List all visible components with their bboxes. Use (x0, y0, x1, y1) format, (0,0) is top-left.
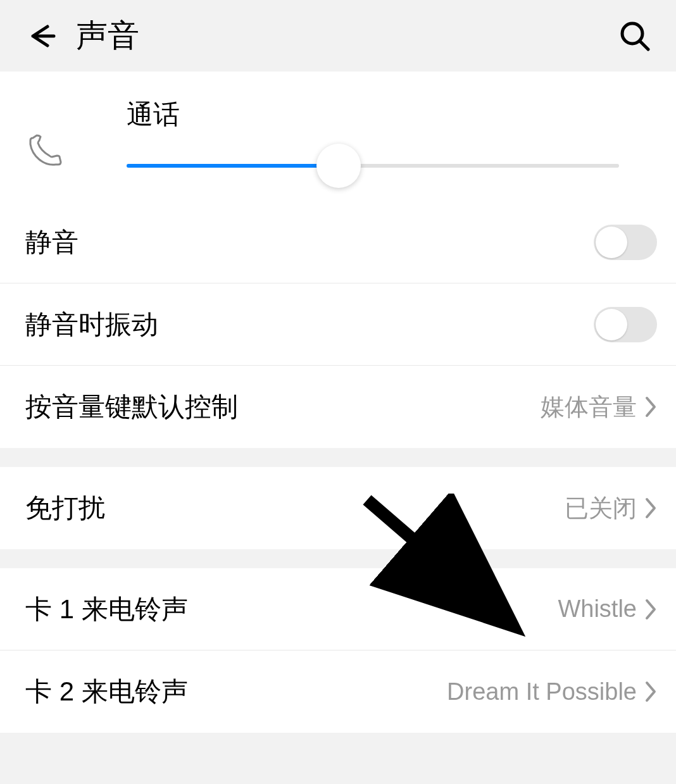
mute-toggle-thumb (596, 227, 627, 258)
volume-key-default-row[interactable]: 按音量键默认控制 媒体音量 (0, 366, 676, 448)
sim2-ringtone-value: Dream It Possible (447, 678, 657, 706)
dnd-label: 免打扰 (25, 490, 105, 526)
chevron-right-icon (644, 497, 657, 520)
call-slider-label: 通话 (127, 97, 619, 132)
sim1-ringtone-row[interactable]: 卡 1 来电铃声 Whistle (0, 568, 676, 650)
chevron-right-icon (644, 680, 657, 703)
call-slider[interactable] (127, 164, 619, 168)
sim1-ringtone-value: Whistle (558, 595, 657, 623)
dnd-row[interactable]: 免打扰 已关闭 (0, 467, 676, 549)
dnd-value: 已关闭 (565, 492, 657, 525)
call-slider-content: 通话 (127, 97, 619, 168)
mute-row[interactable]: 静音 (0, 201, 676, 283)
back-arrow-icon (25, 20, 57, 52)
sim1-ringtone-label: 卡 1 来电铃声 (25, 592, 188, 627)
section-divider (0, 448, 676, 467)
vibrate-mute-row[interactable]: 静音时振动 (0, 283, 676, 366)
volume-key-default-label: 按音量键默认控制 (25, 389, 238, 425)
call-slider-thumb[interactable] (316, 144, 361, 188)
section-divider (0, 549, 676, 568)
sim2-ringtone-row[interactable]: 卡 2 来电铃声 Dream It Possible (0, 650, 676, 733)
content-section-dnd: 免打扰 已关闭 (0, 467, 676, 549)
chevron-right-icon (644, 395, 657, 418)
sim1-ringtone-text: Whistle (558, 595, 637, 623)
svg-line-1 (640, 41, 648, 49)
search-icon (619, 20, 651, 52)
volume-key-default-text: 媒体音量 (541, 391, 637, 423)
dnd-text: 已关闭 (565, 492, 637, 525)
page-title: 声音 (76, 15, 139, 57)
back-button[interactable] (19, 14, 63, 58)
sim2-ringtone-label: 卡 2 来电铃声 (25, 674, 188, 709)
search-button[interactable] (613, 14, 657, 58)
vibrate-mute-toggle-thumb (596, 309, 627, 340)
mute-label: 静音 (25, 225, 78, 260)
content-section-sliders: 通话 静音 静音时振动 按音量键默认控制 媒体音量 (0, 72, 676, 448)
vibrate-mute-label: 静音时振动 (25, 307, 158, 342)
header-bar: 声音 (0, 0, 676, 72)
volume-key-default-value: 媒体音量 (541, 391, 657, 423)
mute-toggle[interactable] (594, 225, 657, 260)
content-section-ringtones: 卡 1 来电铃声 Whistle 卡 2 来电铃声 Dream It Possi… (0, 568, 676, 733)
phone-icon (25, 132, 63, 170)
chevron-right-icon (644, 598, 657, 621)
call-volume-row: 通话 (0, 72, 676, 201)
sim2-ringtone-text: Dream It Possible (447, 678, 637, 706)
vibrate-mute-toggle[interactable] (594, 307, 657, 342)
call-slider-fill (127, 164, 339, 168)
